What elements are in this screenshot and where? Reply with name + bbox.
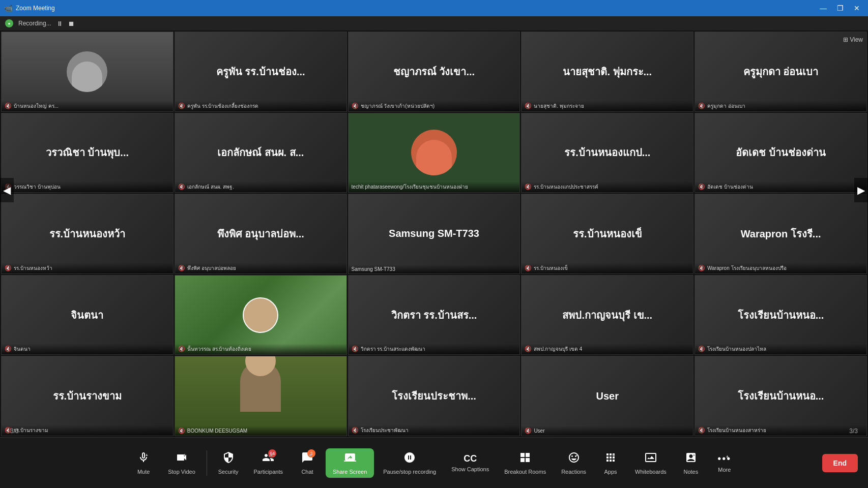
- participant-cell-12: พึงพิศ อนุบาลบ่อพ... 🔇 พึงพิศ อนุบาลบ่อพ…: [175, 194, 347, 274]
- chat-label: Chat: [301, 469, 313, 475]
- participant-subtitle-25: โรงเรียนบ้านหนองสาหร่าย: [707, 426, 766, 434]
- apps-button[interactable]: ▲ Apps: [595, 448, 626, 478]
- apps-icon: ▲: [604, 451, 617, 467]
- restore-button[interactable]: ❐: [833, 3, 848, 13]
- cell-footer-18: 🔇 วิกตรา รร.บ้านสระแดงพัฒนา: [349, 344, 520, 354]
- security-icon: [222, 451, 235, 467]
- video-placeholder-4: นายสุชาติ. พุ่มกระ...: [522, 32, 693, 111]
- notes-icon: ▲: [685, 451, 697, 467]
- participant-name-14: รร.บ้านหนองเข็: [573, 226, 642, 242]
- view-button[interactable]: ⊞ View: [843, 33, 863, 47]
- participant-cell-8: techit phataraseewong/โรงเรียนชุมชนบ้านห…: [348, 113, 520, 193]
- reactions-icon: ▲: [568, 451, 580, 467]
- cell-footer-13: Samsung SM-T733: [349, 265, 520, 273]
- cell-footer-5: 🔇 ครูมุกดา อ่อนเบา: [695, 101, 866, 111]
- divider-1: [207, 450, 207, 476]
- participant-subtitle-16: จินตนา: [14, 345, 31, 353]
- mute-icon-14: 🔇: [525, 265, 532, 271]
- mute-icon-3: 🔇: [352, 103, 359, 109]
- participant-subtitle-17: นั้นทวรรณ สร.บ้านท้องถิ่งเดย: [187, 345, 252, 353]
- video-placeholder-12: พึงพิศ อนุบาลบ่อพ...: [175, 194, 346, 273]
- participant-name-19: สพป.กาญจนบุรี เข...: [562, 307, 652, 323]
- cell-footer-25: 🔇 โรงเรียนบ้านหนองสาหร่าย: [695, 425, 866, 436]
- captions-icon: CC: [464, 453, 477, 464]
- mute-icon-25: 🔇: [698, 427, 705, 434]
- participant-cell-3: ชญาภรณ์ วังเขา... 🔇 ชญาภรณ์ วังเขาเก้า(ห…: [348, 32, 520, 112]
- end-meeting-button[interactable]: End: [822, 454, 858, 472]
- whiteboards-button[interactable]: Whiteboards: [629, 448, 673, 478]
- page-nav-right-button[interactable]: ▶: [854, 178, 868, 202]
- title-bar-title: Zoom Meeting: [16, 5, 55, 12]
- participant-cell-2: ครูพัน รร.บ้านช่อง... 🔇 ครูพัน รร.บ้านช้…: [175, 32, 347, 112]
- whiteboards-icon: [645, 451, 657, 467]
- participant-subtitle-14: รร.บ้านหนองเข็: [534, 264, 568, 272]
- participant-name-10: อัดเดช บ้านช่องด่าน: [736, 144, 826, 161]
- participant-name-4: นายสุชาติ. พุ่มกระ...: [563, 64, 652, 80]
- cell-footer-12: 🔇 พึงพิศ อนุบาลบ่อพลอย: [175, 263, 346, 273]
- participants-label: Participants: [254, 469, 283, 475]
- more-label: More: [718, 467, 731, 473]
- mute-icon-12: 🔇: [178, 265, 185, 271]
- notes-button[interactable]: ▲ Notes: [676, 448, 706, 478]
- cell-footer-22: 🔇 BOONKUM DEESUGSAM: [175, 426, 346, 436]
- cell-footer-21: 🔇 รร.บ้านรางขาม: [2, 425, 173, 436]
- participant-cell-5: ครูมุกดา อ่อนเบา 🔇 ครูมุกดา อ่อนเบา: [695, 32, 867, 112]
- cell-footer-24: 🔇 User: [522, 426, 693, 436]
- participant-subtitle-2: ครูพัน รร.บ้านช้องเกลี้ยงช่องกรด: [187, 102, 259, 110]
- captions-button[interactable]: CC Show Captions: [445, 450, 495, 475]
- pause-recording-icon: [403, 451, 416, 467]
- reactions-label: Reactions: [561, 469, 586, 475]
- participant-name-23: โรงเรียนประชาพ...: [392, 388, 476, 404]
- close-button[interactable]: ✕: [850, 3, 864, 13]
- page-indicator-right: 3/3: [849, 428, 858, 435]
- participant-cell-15: Warapron โรงรี... 🔇 Warapron โรงเรียนอนุ…: [695, 194, 867, 274]
- mute-button[interactable]: ▲ Mute: [128, 448, 159, 478]
- mute-icon-4: 🔇: [525, 103, 532, 109]
- video-placeholder-9: รร.บ้านหนองแกป...: [522, 113, 693, 193]
- video-placeholder-25: โรงเรียนบ้านหนอ...: [695, 356, 866, 436]
- participants-button[interactable]: 64 ▲ Participants: [248, 448, 289, 478]
- participant-cell-24: User 🔇 User: [521, 356, 693, 436]
- mute-icon-7: 🔇: [178, 184, 185, 190]
- recording-stop-btn[interactable]: ⏹: [68, 20, 75, 27]
- participant-name-12: พึงพิศ อนุบาลบ่อพ...: [217, 226, 304, 242]
- video-placeholder-15: Warapron โรงรี...: [695, 194, 866, 273]
- mute-icon-18: 🔇: [352, 346, 359, 352]
- participant-name-15: Warapron โรงรี...: [741, 226, 821, 242]
- camera-icon: ▲: [176, 451, 188, 467]
- participant-name-21: รร.บ้านรางขาม: [53, 388, 122, 404]
- participant-name-24: User: [596, 390, 619, 402]
- participant-cell-22: 🔇 BOONKUM DEESUGSAM: [175, 356, 347, 436]
- recording-bar: ● Recording... ⏸ ⏹ ⊞ View: [0, 16, 868, 30]
- mute-icon-16: 🔇: [5, 346, 12, 352]
- video-placeholder-3: ชญาภรณ์ วังเขา...: [349, 32, 520, 111]
- share-screen-icon: [344, 451, 356, 467]
- recording-text: Recording...: [18, 20, 51, 27]
- mute-icon-19: 🔇: [525, 346, 532, 352]
- video-placeholder-18: วิกตรา รร.บ้านสร...: [349, 276, 520, 355]
- video-placeholder-24: User: [522, 356, 693, 436]
- participant-name-3: ชญาภรณ์ วังเขา...: [393, 64, 475, 80]
- breakout-rooms-button[interactable]: Breakout Rooms: [498, 448, 552, 478]
- page-nav-left-button[interactable]: ◀: [0, 178, 14, 202]
- recording-pause-btn[interactable]: ⏸: [56, 20, 63, 27]
- cell-footer-9: 🔇 รร.บ้านหนองแกปประชาสรรค์: [522, 181, 693, 192]
- mute-icon: ▲: [137, 451, 150, 467]
- pause-recording-button[interactable]: Pause/stop recording: [377, 448, 442, 478]
- video-placeholder-20: โรงเรียนบ้านหนอ...: [695, 276, 866, 355]
- minimize-button[interactable]: —: [816, 3, 831, 13]
- participant-subtitle-15: Warapron โรงเรียนอนุบาลหนองปรือ: [707, 264, 786, 272]
- chat-button[interactable]: 3 ▲ Chat: [292, 448, 323, 478]
- more-button[interactable]: ••• ▲ More: [709, 450, 740, 476]
- participants-icon: 64 ▲: [262, 451, 274, 467]
- whiteboards-label: Whiteboards: [635, 469, 667, 475]
- share-screen-button[interactable]: Share Screen: [326, 448, 374, 478]
- cell-footer-2: 🔇 ครูพัน รร.บ้านช้องเกลี้ยงช่องกรด: [175, 101, 346, 111]
- participant-cell-13: Samsung SM-T733 Samsung SM-T733: [348, 194, 520, 274]
- security-button[interactable]: Security: [212, 448, 245, 478]
- video-placeholder-2: ครูพัน รร.บ้านช่อง...: [175, 32, 346, 111]
- reactions-button[interactable]: ▲ Reactions: [555, 448, 592, 478]
- video-placeholder-23: โรงเรียนประชาพ...: [349, 356, 520, 436]
- stop-video-label: Stop Video: [168, 469, 195, 475]
- stop-video-button[interactable]: ▲ Stop Video: [162, 448, 201, 478]
